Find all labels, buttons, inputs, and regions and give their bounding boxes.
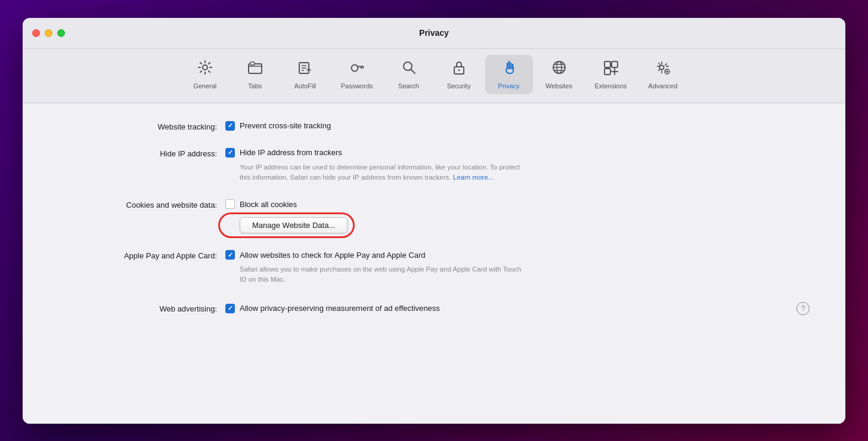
minimize-button[interactable] (45, 29, 52, 37)
hide-ip-control: Hide IP address from trackers Your IP ad… (225, 148, 526, 183)
maximize-button[interactable] (57, 29, 65, 37)
svg-rect-23 (612, 61, 618, 67)
hand-icon (501, 60, 517, 79)
learn-more-link[interactable]: Learn more... (453, 174, 494, 181)
svg-point-26 (666, 70, 668, 72)
apple-pay-checkbox-row: Allow websites to check for Apple Pay an… (225, 250, 526, 260)
tab-websites-label: Websites (545, 82, 572, 90)
tab-extensions-label: Extensions (595, 82, 627, 90)
tab-passwords-label: Passwords (341, 82, 373, 90)
website-tracking-checkbox-row: Prevent cross-site tracking (225, 121, 331, 131)
window-title: Privacy (419, 28, 449, 38)
cookies-checkbox-row: Block all cookies (225, 199, 348, 209)
tab-privacy[interactable]: Privacy (485, 55, 533, 94)
tab-general[interactable]: General (181, 55, 229, 94)
manage-website-data-wrapper: Manage Website Data... (225, 217, 348, 233)
apple-pay-description: Safari allows you to make purchases on t… (240, 264, 526, 285)
website-tracking-control: Prevent cross-site tracking (225, 121, 331, 131)
cookies-checkbox-label: Block all cookies (240, 200, 297, 209)
web-advertising-checkbox-row: Allow privacy-preserving measurement of … (225, 302, 810, 315)
cookies-row: Cookies and website data: Block all cook… (58, 199, 810, 233)
apple-pay-control: Allow websites to check for Apple Pay an… (225, 250, 526, 285)
website-tracking-row: Website tracking: Prevent cross-site tra… (58, 121, 810, 131)
tab-extensions[interactable]: Extensions (585, 55, 637, 94)
key-icon (349, 60, 365, 79)
cookies-label: Cookies and website data: (58, 199, 225, 209)
tabs-icon (247, 60, 263, 79)
toolbar: General Tabs (23, 49, 845, 103)
svg-point-0 (203, 65, 207, 70)
close-button[interactable] (32, 29, 40, 37)
tab-search[interactable]: Search (385, 55, 433, 94)
svg-point-15 (458, 69, 460, 71)
web-advertising-label: Web advertising: (58, 303, 225, 313)
safari-preferences-window: Privacy General Tabs (23, 18, 845, 424)
web-advertising-row: Web advertising: Allow privacy-preservin… (58, 302, 810, 315)
tab-tabs-label: Tabs (248, 82, 262, 90)
tab-autofill-label: AutoFill (294, 82, 316, 90)
autofill-icon (297, 60, 313, 79)
web-advertising-checkbox-label: Allow privacy-preserving measurement of … (240, 304, 440, 313)
gear-icon (197, 60, 213, 79)
hide-ip-label: Hide IP address: (58, 148, 225, 158)
svg-rect-2 (250, 62, 255, 65)
manage-website-data-button[interactable]: Manage Website Data... (240, 217, 348, 233)
apple-pay-row: Apple Pay and Apple Card: Allow websites… (58, 250, 810, 285)
tab-passwords[interactable]: Passwords (331, 55, 383, 94)
hide-ip-row: Hide IP address: Hide IP address from tr… (58, 148, 810, 183)
cookies-checkbox[interactable] (225, 199, 235, 209)
web-advertising-control: Allow privacy-preserving measurement of … (225, 302, 810, 315)
apple-pay-label: Apple Pay and Apple Card: (58, 250, 225, 260)
titlebar: Privacy (23, 18, 845, 49)
cookies-control: Block all cookies Manage Website Data... (225, 199, 348, 233)
advanced-gear-icon (655, 60, 671, 79)
tab-security-label: Security (447, 82, 471, 90)
search-icon (401, 60, 417, 79)
extensions-icon (603, 60, 618, 79)
hide-ip-checkbox[interactable] (225, 148, 235, 158)
globe-icon (551, 60, 567, 79)
svg-rect-22 (604, 69, 610, 75)
apple-pay-checkbox[interactable] (225, 250, 235, 260)
svg-point-8 (351, 64, 358, 71)
tab-search-label: Search (398, 82, 419, 90)
tab-autofill[interactable]: AutoFill (281, 55, 329, 94)
tab-general-label: General (193, 82, 216, 90)
hide-ip-description: Your IP address can be used to determine… (240, 162, 526, 183)
tab-advanced-label: Advanced (648, 82, 677, 90)
content-area: Website tracking: Prevent cross-site tra… (23, 103, 845, 424)
tab-privacy-label: Privacy (498, 82, 519, 90)
tab-websites[interactable]: Websites (535, 55, 583, 94)
svg-line-13 (411, 69, 415, 73)
lock-icon (451, 60, 467, 79)
hide-ip-checkbox-label: Hide IP address from trackers (240, 148, 342, 157)
traffic-lights (32, 29, 65, 37)
apple-pay-checkbox-label: Allow websites to check for Apple Pay an… (240, 251, 425, 260)
website-tracking-checkbox[interactable] (225, 121, 235, 131)
tab-advanced[interactable]: Advanced (638, 55, 687, 94)
svg-rect-21 (604, 61, 610, 67)
website-tracking-label: Website tracking: (58, 121, 225, 131)
tab-security[interactable]: Security (435, 55, 483, 94)
tab-tabs[interactable]: Tabs (231, 55, 279, 94)
help-button[interactable]: ? (796, 302, 810, 315)
hide-ip-checkbox-row: Hide IP address from trackers (225, 148, 526, 158)
web-advertising-checkbox[interactable] (225, 304, 235, 313)
website-tracking-checkbox-label: Prevent cross-site tracking (240, 121, 331, 130)
